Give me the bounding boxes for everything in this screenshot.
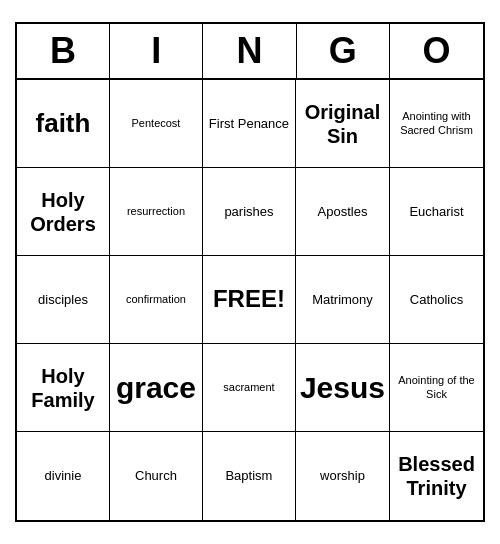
header-letter-i: I	[110, 24, 203, 78]
bingo-card: BINGO faithPentecostFirst PenanceOrigina…	[15, 22, 485, 522]
header-letter-g: G	[297, 24, 390, 78]
bingo-cell-17: sacrament	[203, 344, 296, 432]
bingo-grid: faithPentecostFirst PenanceOriginal SinA…	[17, 80, 483, 520]
bingo-cell-10: disciples	[17, 256, 110, 344]
bingo-cell-23: worship	[296, 432, 390, 520]
bingo-cell-2: First Penance	[203, 80, 296, 168]
bingo-cell-16: grace	[110, 344, 203, 432]
bingo-cell-1: Pentecost	[110, 80, 203, 168]
bingo-cell-3: Original Sin	[296, 80, 390, 168]
header-letter-b: B	[17, 24, 110, 78]
bingo-cell-24: Blessed Trinity	[390, 432, 483, 520]
header-letter-n: N	[203, 24, 296, 78]
bingo-cell-15: Holy Family	[17, 344, 110, 432]
bingo-cell-0: faith	[17, 80, 110, 168]
header-letter-o: O	[390, 24, 483, 78]
bingo-cell-4: Anointing with Sacred Chrism	[390, 80, 483, 168]
bingo-cell-9: Eucharist	[390, 168, 483, 256]
bingo-cell-22: Baptism	[203, 432, 296, 520]
bingo-cell-11: confirmation	[110, 256, 203, 344]
bingo-cell-13: Matrimony	[296, 256, 390, 344]
bingo-cell-6: resurrection	[110, 168, 203, 256]
bingo-cell-7: parishes	[203, 168, 296, 256]
bingo-cell-21: Church	[110, 432, 203, 520]
bingo-cell-19: Anointing of the Sick	[390, 344, 483, 432]
bingo-cell-20: divinie	[17, 432, 110, 520]
bingo-cell-8: Apostles	[296, 168, 390, 256]
bingo-cell-14: Catholics	[390, 256, 483, 344]
bingo-header: BINGO	[17, 24, 483, 80]
bingo-cell-18: Jesus	[296, 344, 390, 432]
bingo-cell-12: FREE!	[203, 256, 296, 344]
bingo-cell-5: Holy Orders	[17, 168, 110, 256]
